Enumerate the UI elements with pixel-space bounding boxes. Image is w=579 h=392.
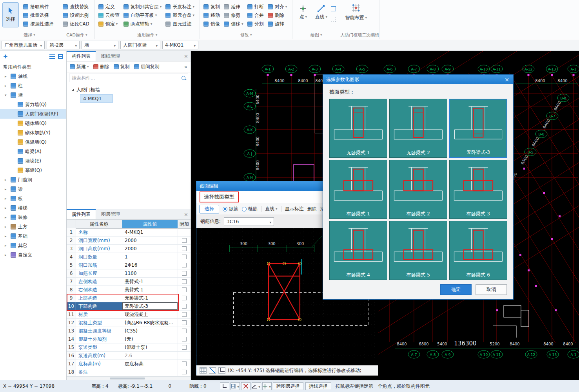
property-row[interactable]: 14 混凝土外加剂 (无) [67, 335, 191, 343]
property-attach-cell[interactable] [178, 311, 191, 318]
property-row[interactable]: 12 混凝土类型 (商品B6-B8防水混凝... [67, 319, 191, 327]
tab-drawing-management[interactable]: 图纸管理 [96, 51, 125, 61]
property-attach-cell[interactable] [178, 327, 191, 335]
property-row[interactable]: 4 洞口数量 1 [67, 253, 191, 261]
attach-checkbox[interactable] [182, 279, 187, 284]
extend-button[interactable]: 延伸 [222, 3, 245, 11]
trim-button[interactable]: 修剪 [222, 11, 245, 19]
property-attach-cell[interactable] [178, 368, 191, 376]
property-row[interactable]: 17 底标高(m) 层底标高 [67, 360, 191, 368]
attach-checkbox[interactable] [182, 263, 187, 267]
property-attach-cell[interactable] [178, 286, 191, 294]
property-value[interactable]: 无卧梁式-1 [122, 294, 178, 302]
property-value[interactable]: (无) [122, 335, 178, 343]
cancel-button[interactable]: 取消 [476, 284, 507, 295]
sidebar-item[interactable]: 幕墙(Q) [0, 166, 66, 175]
attach-checkbox[interactable] [182, 246, 187, 251]
scrollbar-thumb[interactable] [110, 378, 145, 379]
sidebar-item[interactable]: 自定义 [0, 250, 66, 260]
property-value[interactable]: 2000 [122, 237, 178, 244]
close-icon[interactable] [184, 53, 188, 59]
ribbon-group-label-cad[interactable]: CAD操作 [59, 31, 94, 39]
attach-checkbox[interactable] [182, 361, 187, 366]
ok-button[interactable]: 确定 [440, 284, 472, 295]
stirrup-rebar-radio[interactable]: 箍筋 [242, 206, 258, 212]
ribbon-group-label-modify[interactable]: 修改 [200, 31, 292, 39]
property-value[interactable]: (C35) [122, 327, 178, 335]
delete-rebar-button[interactable]: 删除 [307, 206, 317, 212]
property-attach-cell[interactable] [178, 302, 191, 310]
property-attach-cell[interactable] [178, 253, 191, 261]
property-row[interactable]: 15 泵送类型 (混凝土泵) [67, 343, 191, 352]
rotate-button[interactable]: 旋转 [266, 20, 289, 28]
ribbon-group-label-select[interactable]: 选择 [0, 31, 59, 39]
property-row[interactable]: 7 左侧构造 悬臂式-1 [67, 278, 191, 286]
section-type-thumbnail[interactable]: 有卧梁式-5 [389, 221, 447, 280]
section-type-thumbnail[interactable]: 有卧梁式-6 [449, 221, 507, 280]
floor-dropdown[interactable]: 第-2层 [47, 41, 80, 49]
attach-checkbox[interactable] [182, 312, 187, 317]
section-type-thumbnail[interactable]: 有卧梁式-2 [389, 160, 447, 219]
close-icon[interactable] [184, 211, 188, 217]
batch-select-button[interactable]: 批量选择 [21, 11, 56, 19]
sidebar-item[interactable]: 砌体墙(Q) [0, 119, 66, 128]
new-component-button[interactable]: 新建 [70, 63, 89, 70]
line-tool-button[interactable]: 直线 [312, 1, 330, 20]
offset-button[interactable]: 偏移 [222, 20, 245, 28]
align-button[interactable]: 对齐 [266, 3, 289, 11]
property-value[interactable]: 层底标高 [122, 360, 178, 368]
ribbon-group-label-draw[interactable]: 绘图 [292, 31, 340, 39]
set-scale-button[interactable]: 设置比例 [61, 11, 91, 19]
property-attach-cell[interactable] [178, 261, 191, 269]
horizontal-scrollbar[interactable] [67, 376, 191, 380]
sidebar-item[interactable]: 门窗洞 [0, 175, 66, 184]
polygon-tool-icon[interactable] [331, 17, 336, 22]
attach-checkbox[interactable] [182, 287, 187, 292]
panel-view-icon[interactable] [58, 54, 63, 59]
property-row[interactable]: 6 加筋长度 1100 [67, 269, 191, 278]
property-attach-cell[interactable] [178, 335, 191, 343]
auto-align-slab-button[interactable]: 自动平齐板 [122, 11, 164, 19]
line-draw-button[interactable]: 直线 [265, 206, 278, 212]
two-point-aux-axis-button[interactable]: 两点辅轴 [122, 20, 164, 28]
property-value[interactable]: 无卧梁式-3 [122, 302, 178, 310]
delete-button[interactable]: 删除 [266, 11, 289, 19]
favorites-icon[interactable] [3, 54, 8, 59]
sidebar-item[interactable]: 人防门框墙(RF) [0, 109, 66, 119]
attach-checkbox[interactable] [182, 271, 187, 276]
sidebar-item[interactable]: 楼梯 [0, 203, 66, 213]
property-value[interactable]: 1 [122, 253, 178, 261]
longitudinal-rebar-radio[interactable]: 纵筋 [223, 206, 238, 212]
property-attach-cell[interactable] [178, 278, 191, 285]
sidebar-item[interactable]: 其它 [0, 241, 66, 250]
pick-component-button[interactable]: 拾取构件 [21, 3, 56, 11]
save-element-button[interactable]: 图元存盘 [163, 11, 196, 19]
sidebar-item[interactable]: 剪力墙(Q) [0, 100, 66, 109]
property-attach-cell[interactable] [178, 237, 191, 244]
length-dimension-button[interactable]: 长度标注 [163, 3, 196, 11]
merge-button[interactable]: 合并 [245, 11, 266, 19]
delete-component-button[interactable]: 删除 [93, 63, 109, 70]
search-component-input[interactable]: 搜索构件... [69, 74, 188, 82]
attach-checkbox[interactable] [182, 345, 187, 350]
property-row[interactable]: 8 右侧构造 悬臂式-1 [67, 286, 191, 294]
property-value[interactable]: 2000 [122, 245, 178, 253]
rectangle-tool-icon[interactable] [331, 6, 336, 11]
copy-between-floors-button[interactable]: 层间复制 [134, 63, 160, 70]
project-dropdown[interactable]: 广州市新儿童活 [2, 41, 45, 49]
property-value[interactable] [122, 368, 178, 376]
property-row[interactable]: 16 泵送高度(m) 2.6 [67, 352, 191, 360]
tab-layer-management[interactable]: 图层管理 [96, 209, 125, 219]
section-type-thumbnail[interactable]: 有卧梁式-3 [449, 160, 507, 219]
grid-toggle-icon[interactable] [200, 367, 207, 374]
tab-component-list[interactable]: 构件列表 [67, 51, 96, 61]
select-mode-button[interactable]: 选择 [200, 205, 219, 213]
copy-to-other-layer-button[interactable]: 复制到其它层 [122, 3, 164, 11]
show-dimensions-button[interactable]: 显示标注 [285, 206, 304, 212]
lock-button[interactable]: 锁定 [96, 20, 122, 28]
dialog-titlebar[interactable]: 选择参数化图形 [323, 75, 513, 84]
toolbar-overflow-button[interactable]: » [184, 64, 187, 70]
snap-off-icon[interactable] [241, 382, 250, 390]
attach-checkbox[interactable] [182, 329, 187, 333]
list-view-icon[interactable] [49, 54, 55, 59]
